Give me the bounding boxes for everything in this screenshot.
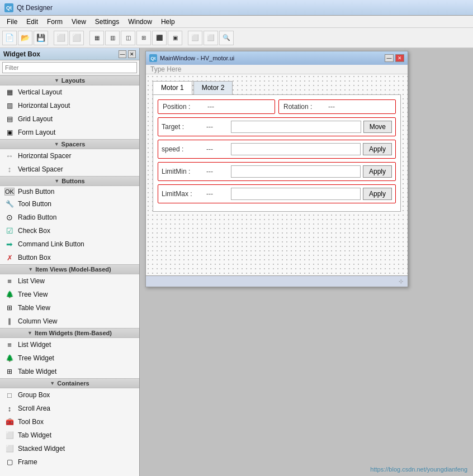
limitmax-label: LimitMax : — [162, 190, 206, 198]
rotation-value: --- — [328, 103, 351, 111]
window-close-btn[interactable]: ✕ — [395, 54, 404, 62]
menu-file[interactable]: File — [2, 17, 22, 27]
list-view-label: List View — [18, 277, 45, 285]
type-here-label[interactable]: Type Here — [146, 64, 186, 74]
designer-title-icon: Qt — [149, 54, 157, 62]
toolbar-btn7[interactable]: ▥ — [105, 31, 120, 45]
widget-radio-button[interactable]: ⊙ Radio Button — [0, 211, 139, 224]
toolbar-btn13[interactable]: ⬜ — [204, 31, 218, 45]
menu-view[interactable]: View — [67, 17, 91, 27]
push-button-label: Push Button — [18, 188, 54, 196]
category-containers[interactable]: ▼ Containers — [0, 378, 139, 388]
watermark: https://blog.csdn.net/youngdianfeng — [370, 466, 467, 473]
widget-tree-widget[interactable]: 🌲 Tree Widget — [0, 351, 139, 365]
limitmin-apply-btn[interactable]: Apply — [363, 165, 392, 178]
widget-table-view[interactable]: ⊞ Table View — [0, 301, 139, 315]
menu-help[interactable]: Help — [157, 17, 179, 27]
toolbar-open[interactable]: 📂 — [18, 31, 32, 45]
menu-settings[interactable]: Settings — [91, 17, 124, 27]
widget-vertical-layout[interactable]: ▦ Vertical Layout — [0, 85, 139, 99]
category-item-widgets[interactable]: ▼ Item Widgets (Item-Based) — [0, 328, 139, 338]
widget-button-box[interactable]: ✗ Button Box — [0, 251, 139, 264]
toolbar-btn14[interactable]: 🔍 — [219, 31, 234, 45]
frame-label: Frame — [18, 458, 37, 466]
speed-label: speed : — [162, 145, 206, 153]
widget-stacked-widget[interactable]: ⬜ Stacked Widget — [0, 442, 139, 455]
rotation-box: Rotation : --- — [278, 99, 396, 114]
toolbar-btn5[interactable]: ⬜ — [69, 31, 84, 45]
target-label: Target : — [162, 123, 206, 131]
table-view-label: Table View — [18, 304, 50, 312]
toolbar-save[interactable]: 💾 — [34, 31, 48, 45]
widget-push-button[interactable]: OK Push Button — [0, 186, 139, 197]
widget-list-widget[interactable]: ≡ List Widget — [0, 338, 139, 351]
limitmin-label: LimitMin : — [162, 168, 206, 175]
design-canvas[interactable]: Motor 1 Motor 2 Position : --- Rotation … — [146, 74, 408, 275]
widget-table-widget[interactable]: ⊞ Table Widget — [0, 365, 139, 378]
widget-group-box[interactable]: □ Group Box — [0, 388, 139, 402]
category-spacers-arrow: ▼ — [54, 141, 59, 147]
widget-list-view[interactable]: ≡ List View — [0, 274, 139, 288]
widget-grid-layout[interactable]: ▤ Grid Layout — [0, 112, 139, 126]
toolbar-btn6[interactable]: ▦ — [89, 31, 104, 45]
check-box-icon: ☑ — [4, 226, 15, 236]
speed-apply-btn[interactable]: Apply — [363, 143, 392, 155]
filter-input[interactable] — [2, 62, 137, 73]
app-titlebar: Qt Qt Designer — [0, 0, 473, 16]
tree-widget-label: Tree Widget — [18, 354, 54, 362]
toolbar-btn11[interactable]: ▣ — [168, 31, 182, 45]
rotation-label: Rotation : — [283, 103, 328, 111]
limitmax-row: LimitMax : --- Apply — [158, 184, 396, 203]
designer-title-left: Qt MainWindow - HV_motor.ui — [149, 54, 234, 62]
radio-button-icon: ⊙ — [4, 212, 15, 222]
limitmin-input[interactable] — [231, 165, 361, 178]
target-row: Target : --- Move — [158, 117, 396, 136]
category-buttons[interactable]: ▼ Buttons — [0, 176, 139, 186]
position-box: Position : --- — [158, 99, 275, 114]
target-move-btn[interactable]: Move — [363, 121, 392, 133]
vertical-spacer-label: Vertical Spacer — [18, 165, 63, 173]
limitmin-row: LimitMin : --- Apply — [158, 162, 396, 181]
window-minimize-btn[interactable]: — — [385, 54, 394, 62]
widget-horizontal-layout[interactable]: ▥ Horizontal Layout — [0, 99, 139, 112]
radio-button-label: Radio Button — [18, 213, 56, 221]
widget-vertical-spacer[interactable]: ↕ Vertical Spacer — [0, 163, 139, 176]
widget-horizontal-spacer[interactable]: ↔ Horizontal Spacer — [0, 149, 139, 163]
toolbar-btn8[interactable]: ◫ — [121, 31, 135, 45]
widget-form-layout[interactable]: ▣ Form Layout — [0, 126, 139, 139]
widget-command-link-button[interactable]: ➡ Command Link Button — [0, 237, 139, 251]
widget-tree-view[interactable]: 🌲 Tree View — [0, 288, 139, 301]
menu-window[interactable]: Window — [124, 17, 157, 27]
tab-motor2[interactable]: Motor 2 — [193, 81, 233, 94]
target-input[interactable] — [231, 121, 361, 133]
widget-column-view[interactable]: ∥ Column View — [0, 315, 139, 328]
position-rotation-row: Position : --- Rotation : --- — [158, 99, 396, 114]
vertical-layout-icon: ▦ — [4, 87, 15, 97]
command-link-button-label: Command Link Button — [18, 240, 84, 248]
menu-form[interactable]: Form — [42, 17, 67, 27]
widget-box-undock[interactable]: — — [119, 50, 126, 58]
toolbar-btn9[interactable]: ⊞ — [136, 31, 151, 45]
tree-widget-icon: 🌲 — [4, 353, 15, 363]
category-spacers[interactable]: ▼ Spacers — [0, 139, 139, 149]
widget-box-close[interactable]: ✕ — [128, 50, 136, 58]
speed-input[interactable] — [231, 143, 361, 155]
toolbar-btn12[interactable]: ⬜ — [188, 31, 202, 45]
category-item-views[interactable]: ▼ Item Views (Model-Based) — [0, 264, 139, 274]
category-layouts[interactable]: ▼ Layouts — [0, 75, 139, 85]
toolbar-btn10[interactable]: ⬛ — [152, 31, 167, 45]
toolbar-new[interactable]: 📄 — [2, 31, 17, 45]
tab-motor1[interactable]: Motor 1 — [153, 81, 192, 94]
widget-tool-button[interactable]: 🔧 Tool Button — [0, 197, 139, 211]
widget-tab-widget[interactable]: ⬜ Tab Widget — [0, 429, 139, 442]
widget-check-box[interactable]: ☑ Check Box — [0, 224, 139, 237]
widget-frame[interactable]: ▢ Frame — [0, 455, 139, 469]
horizontal-layout-label: Horizontal Layout — [18, 102, 70, 110]
widget-tool-box[interactable]: 🧰 Tool Box — [0, 415, 139, 429]
toolbar-btn4[interactable]: ⬜ — [54, 31, 68, 45]
widget-scroll-area[interactable]: ↕ Scroll Area — [0, 402, 139, 415]
category-layouts-arrow: ▼ — [54, 78, 59, 83]
limitmax-input[interactable] — [231, 188, 361, 200]
menu-edit[interactable]: Edit — [22, 17, 42, 27]
limitmax-apply-btn[interactable]: Apply — [363, 188, 392, 200]
